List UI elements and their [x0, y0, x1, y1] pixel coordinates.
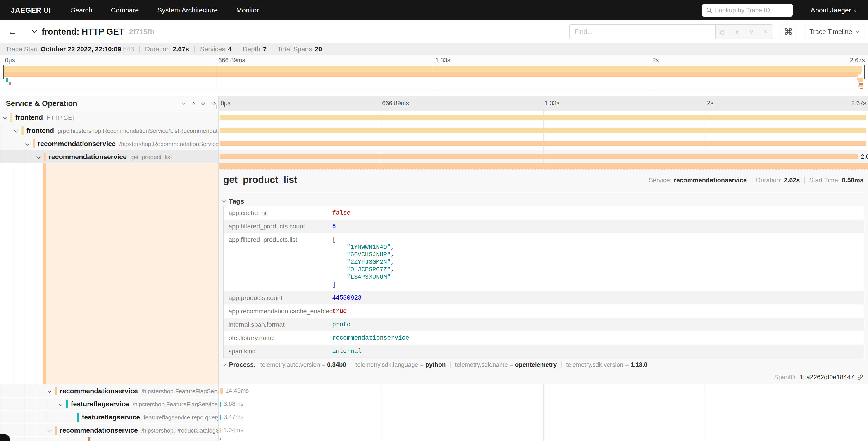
process-row[interactable]: Process: telemetry.auto.version=0.34b0te… — [223, 361, 648, 368]
span-row-recommendationservice-get-product-list[interactable]: recommendationserviceget_product_list2.6… — [0, 150, 868, 164]
span-row-recommendationservice-hipstershop-recommendationservice-lis-[interactable]: recommendationservice/hipstershop.Recomm… — [0, 137, 868, 150]
minimap-tick-label: 1.33s — [435, 57, 450, 64]
collapse-all-icon[interactable] — [202, 101, 204, 106]
expand-one-icon[interactable] — [192, 102, 195, 105]
span-timeline-cell[interactable]: 1.04ms — [218, 424, 868, 437]
column-resizer-handle[interactable] — [215, 105, 217, 109]
minimap-gridline — [434, 65, 434, 90]
span-name-cell[interactable]: featureflagservicefeatureflagservice.rep… — [0, 411, 218, 424]
tag-row-span-kind[interactable]: span.kindinternal — [223, 345, 864, 358]
indent-guide — [35, 398, 35, 410]
trace-collapse-toggle[interactable] — [33, 29, 36, 34]
span-duration-bar[interactable] — [220, 388, 223, 394]
trace-lookup-box[interactable] — [702, 4, 793, 17]
trace-lookup-input[interactable] — [715, 6, 789, 14]
span-row-recommendationservice-hipstershop-productcatalogser-[interactable]: recommendationservice/hipstershop.Produc… — [0, 424, 868, 437]
span-name-cell[interactable]: frontendHTTP GET — [0, 111, 218, 124]
keyboard-shortcuts-button[interactable]: ⌘ — [781, 24, 796, 39]
next-match-button[interactable]: ∨ — [744, 25, 758, 39]
about-jaeger-menu[interactable]: About Jaeger — [811, 6, 857, 14]
span-row-frontend-http-get[interactable]: frontendHTTP GET — [0, 111, 868, 124]
search-icon — [706, 7, 713, 13]
nav-item-compare[interactable]: Compare — [111, 6, 139, 14]
tag-key: otel.library.name — [223, 331, 332, 344]
span-detail-title: get_product_list — [223, 174, 297, 185]
span-expand-chevron[interactable] — [4, 116, 6, 120]
equals-sign: = — [420, 361, 424, 368]
tags-section-toggle[interactable]: Tags — [223, 198, 244, 205]
collapse-one-icon[interactable] — [182, 102, 185, 105]
tag-value: 8 — [332, 219, 864, 233]
span-operation-name: /hipstershop.ProductCatalogSer... — [142, 427, 218, 434]
span-duration-bar[interactable] — [220, 438, 221, 440]
clear-find-button[interactable]: × — [758, 25, 773, 39]
span-operation-name: /hipstershop.FeatureFlagService... — [142, 388, 218, 394]
array-item: "2ZYFJ3GM2N", — [332, 259, 862, 266]
span-duration-bar[interactable] — [220, 415, 221, 420]
nav-item-search[interactable]: Search — [71, 6, 92, 14]
span-timeline-cell[interactable]: 3.47ms — [218, 411, 868, 424]
span-expand-chevron[interactable] — [15, 129, 18, 134]
span-name-cell[interactable]: recommendationservice/hipstershop.Featur… — [0, 384, 218, 398]
span-row-recommendationservice-hipstershop-featureflagservice-[interactable]: recommendationservice/hipstershop.Featur… — [0, 384, 868, 398]
tag-row-app-filtered-products-list[interactable]: app.filtered_products.list["1YMWWN1N4O",… — [223, 233, 864, 291]
span-name-cell[interactable]: recommendationservice/hipstershop.Recomm… — [0, 137, 218, 150]
span-name-cell[interactable]: featureflagservice/hipstershop.FeatureFl… — [0, 398, 218, 411]
prev-match-button[interactable]: ∧ — [730, 25, 744, 39]
deep-link-icon[interactable] — [857, 374, 864, 381]
minimap-scrubber-right[interactable] — [864, 65, 865, 79]
span-timeline-cell[interactable] — [218, 111, 868, 124]
span-timeline-cell[interactable]: 14.49ms — [218, 384, 868, 398]
span-timeline-cell[interactable]: 2.62s — [218, 150, 868, 164]
span-detail-left-gutter — [0, 164, 218, 384]
minimap-scrubber-left[interactable] — [3, 65, 4, 79]
span-duration-bar[interactable] — [220, 128, 866, 133]
span-expand-chevron[interactable] — [37, 156, 40, 160]
span-expand-chevron[interactable] — [48, 429, 51, 433]
span-row-frontend-grpc-hipstershop-recommendationservice-listrecommendations[interactable]: frontendgrpc.hipstershop.RecommendationS… — [0, 124, 868, 137]
find-input[interactable] — [569, 25, 715, 39]
nav-item-system-architecture[interactable]: System Architecture — [157, 6, 218, 14]
panel-divider[interactable] — [218, 96, 219, 441]
nav-item-monitor[interactable]: Monitor — [236, 6, 259, 14]
trace-view-selector[interactable]: Trace Timeline — [804, 24, 864, 39]
tag-row-internal-span-format[interactable]: internal.span.formatproto — [223, 318, 864, 331]
span-expand-chevron[interactable] — [26, 143, 29, 147]
timeline-gridline — [381, 437, 381, 441]
tag-row-app-products-count[interactable]: app.products.count44530923 — [223, 291, 864, 304]
find-controls: ◎ ∧ ∨ × — [715, 25, 773, 39]
expand-all-icon[interactable] — [212, 102, 215, 105]
span-duration-bar[interactable] — [220, 115, 866, 120]
span-duration-bar[interactable] — [220, 154, 859, 159]
span-timeline-cell[interactable] — [218, 124, 868, 137]
span-duration-bar[interactable] — [220, 402, 221, 407]
tag-row-app-cache-hit[interactable]: app.cache_hitfalse — [223, 206, 864, 219]
process-key: telemetry.sdk.version — [566, 361, 623, 368]
span-timeline-cell[interactable] — [218, 437, 868, 441]
span-name-cell[interactable] — [0, 437, 218, 441]
tag-row-app-filtered-products-count[interactable]: app.filtered_products.count8 — [223, 219, 864, 233]
span-row-featureflagservice-featureflagservice-repo-query-fe-[interactable]: featureflagservicefeatureflagservice.rep… — [0, 411, 868, 424]
tag-row-app-recommendation-cache-enabled[interactable]: app.recommendation.cache_enabledtrue — [223, 304, 864, 318]
span-name-cell[interactable]: recommendationserviceget_product_list — [0, 150, 218, 164]
span-expand-chevron[interactable] — [59, 403, 62, 407]
meta-value: 8.58ms — [842, 177, 864, 184]
span-timeline-cell[interactable]: 3.68ms — [218, 398, 868, 411]
trace-minimap[interactable] — [0, 65, 868, 90]
timeline-section: Service & Operation 0μs666.89ms1.33s2s2.… — [0, 96, 868, 441]
tag-row-otel-library-name[interactable]: otel.library.namerecommendationservice — [223, 331, 864, 345]
summary-item-value: 20 — [315, 46, 322, 53]
span-expand-chevron[interactable] — [48, 390, 51, 394]
detail-highlight-backdrop — [46, 164, 218, 384]
span-duration-bar[interactable] — [220, 428, 221, 433]
span-timeline-cell[interactable] — [218, 137, 868, 150]
back-button[interactable]: ← — [0, 20, 25, 43]
span-name-cell[interactable]: recommendationservice/hipstershop.Produc… — [0, 424, 218, 437]
focus-match-button[interactable]: ◎ — [716, 25, 730, 39]
app-logo[interactable]: JAEGER UI — [11, 6, 51, 14]
span-duration-label: 3.47ms — [223, 414, 244, 421]
span-name-cell[interactable]: frontendgrpc.hipstershop.RecommendationS… — [0, 124, 218, 137]
span-row-featureflagservice-hipstershop-featureflagservice-ge-[interactable]: featureflagservice/hipstershop.FeatureFl… — [0, 398, 868, 411]
span-row-partial[interactable] — [0, 437, 868, 441]
span-duration-bar[interactable] — [220, 141, 866, 146]
